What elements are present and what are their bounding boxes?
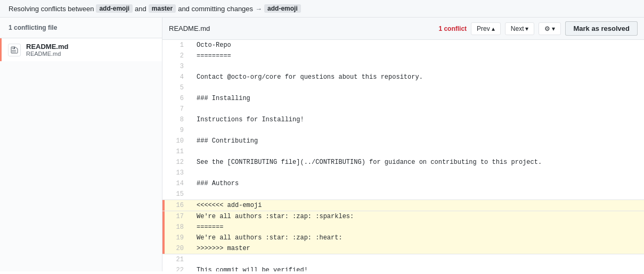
line-code: Octo-Repo xyxy=(192,40,644,51)
line-number: 14 xyxy=(165,178,192,189)
line-number: 22 xyxy=(165,265,192,271)
top-bar: Resolving conflicts between add-emoji an… xyxy=(0,0,644,18)
line-code: ### Installing xyxy=(192,93,644,104)
sidebar-header: 1 conflicting file xyxy=(0,18,162,38)
table-row: 11 xyxy=(162,146,644,157)
sidebar-file-item[interactable]: README.md README.md xyxy=(0,38,162,61)
line-number: 19 xyxy=(165,233,192,243)
line-number: 9 xyxy=(165,125,192,136)
line-code: This commit will be verified! xyxy=(192,265,644,271)
resolving-prefix: Resolving conflicts between xyxy=(9,5,94,13)
arrow-icon: → xyxy=(255,5,262,13)
chevron-down-icon: ▾ xyxy=(525,25,528,32)
next-label: Next xyxy=(511,25,524,32)
line-code: Contact @octo-org/core for questions abo… xyxy=(192,72,644,82)
code-table: 1Octo-Repo2=========34Contact @octo-org/… xyxy=(162,40,644,271)
line-number: 16 xyxy=(165,200,192,211)
line-number: 5 xyxy=(165,82,192,93)
gear-chevron-icon: ▾ xyxy=(552,25,555,32)
table-row: 7 xyxy=(162,104,644,114)
file-area: README.md 1 conflict Prev ▴ Next ▾ ⚙ ▾ M… xyxy=(162,18,644,271)
line-code: ### Authors xyxy=(192,178,644,189)
line-number: 4 xyxy=(165,72,192,82)
line-code xyxy=(192,189,644,200)
table-row: 3 xyxy=(162,61,644,72)
line-code: >>>>>>> master xyxy=(192,243,644,254)
table-row: 13 xyxy=(162,168,644,178)
table-row: 19We're all authors :star: :zap: :heart: xyxy=(162,233,644,243)
target-badge: add-emoji xyxy=(264,4,301,13)
table-row: 22This commit will be verified! xyxy=(162,265,644,271)
line-number: 15 xyxy=(165,189,192,200)
line-number: 8 xyxy=(165,114,192,125)
and2-text: and committing changes xyxy=(178,5,253,13)
branch2-badge: master xyxy=(149,4,176,13)
table-row: 17We're all authors :star: :zap: :sparkl… xyxy=(162,211,644,222)
line-number: 17 xyxy=(165,211,192,222)
and1-text: and xyxy=(135,5,146,13)
gear-button[interactable]: ⚙ ▾ xyxy=(539,22,561,35)
main-layout: 1 conflicting file README.md README.md R… xyxy=(0,18,644,271)
line-number: 20 xyxy=(165,243,192,254)
line-code: Instructions for Installing! xyxy=(192,114,644,125)
table-row: 1Octo-Repo xyxy=(162,40,644,51)
gear-icon: ⚙ xyxy=(544,25,550,32)
line-number: 13 xyxy=(165,168,192,178)
line-number: 7 xyxy=(165,104,192,114)
line-code xyxy=(192,61,644,72)
next-button[interactable]: Next ▾ xyxy=(505,22,535,35)
line-code: <<<<<<< add-emoji xyxy=(192,200,644,211)
table-row: 8Instructions for Installing! xyxy=(162,114,644,125)
file-path: README.md xyxy=(26,51,68,57)
line-code: We're all authors :star: :zap: :heart: xyxy=(192,233,644,243)
table-row: 5 xyxy=(162,82,644,93)
table-row: 15 xyxy=(162,189,644,200)
line-code: ========= xyxy=(192,51,644,61)
line-number: 1 xyxy=(165,40,192,51)
prev-button[interactable]: Prev ▴ xyxy=(471,22,501,35)
table-row: 21 xyxy=(162,254,644,265)
line-number: 3 xyxy=(165,61,192,72)
line-code: ### Contributing xyxy=(192,136,644,146)
table-row: 2========= xyxy=(162,51,644,61)
branch1-badge: add-emoji xyxy=(96,4,133,13)
line-number: 18 xyxy=(165,222,192,233)
table-row: 16<<<<<<< add-emoji xyxy=(162,200,644,211)
file-icon xyxy=(8,44,21,56)
line-code: See the [CONTRIBUTING file](../CONTRIBUT… xyxy=(192,157,644,168)
table-row: 12See the [CONTRIBUTING file](../CONTRIB… xyxy=(162,157,644,168)
file-title: README.md xyxy=(169,24,434,32)
line-number: 12 xyxy=(165,157,192,168)
table-row: 6### Installing xyxy=(162,93,644,104)
chevron-up-icon: ▴ xyxy=(492,25,495,32)
line-code xyxy=(192,168,644,178)
line-number: 6 xyxy=(165,93,192,104)
prev-label: Prev xyxy=(477,25,490,32)
line-code xyxy=(192,146,644,157)
table-row: 4Contact @octo-org/core for questions ab… xyxy=(162,72,644,82)
line-code xyxy=(192,82,644,93)
file-name: README.md xyxy=(26,43,68,51)
table-row: 18======= xyxy=(162,222,644,233)
line-code: ======= xyxy=(192,222,644,233)
table-row: 20>>>>>>> master xyxy=(162,243,644,254)
table-row: 9 xyxy=(162,125,644,136)
line-number: 11 xyxy=(165,146,192,157)
table-row: 10### Contributing xyxy=(162,136,644,146)
line-code xyxy=(192,125,644,136)
line-code: We're all authors :star: :zap: :sparkles… xyxy=(192,211,644,222)
sidebar: 1 conflicting file README.md README.md xyxy=(0,18,162,271)
table-row: 14### Authors xyxy=(162,178,644,189)
code-area: 1Octo-Repo2=========34Contact @octo-org/… xyxy=(162,40,644,271)
line-number: 10 xyxy=(165,136,192,146)
line-number: 2 xyxy=(165,51,192,61)
file-info: README.md README.md xyxy=(26,43,68,57)
file-header: README.md 1 conflict Prev ▴ Next ▾ ⚙ ▾ M… xyxy=(162,18,644,40)
line-code xyxy=(192,104,644,114)
line-code xyxy=(192,254,644,265)
line-number: 21 xyxy=(165,254,192,265)
resolve-button[interactable]: Mark as resolved xyxy=(565,21,638,36)
conflict-badge: 1 conflict xyxy=(438,25,467,32)
